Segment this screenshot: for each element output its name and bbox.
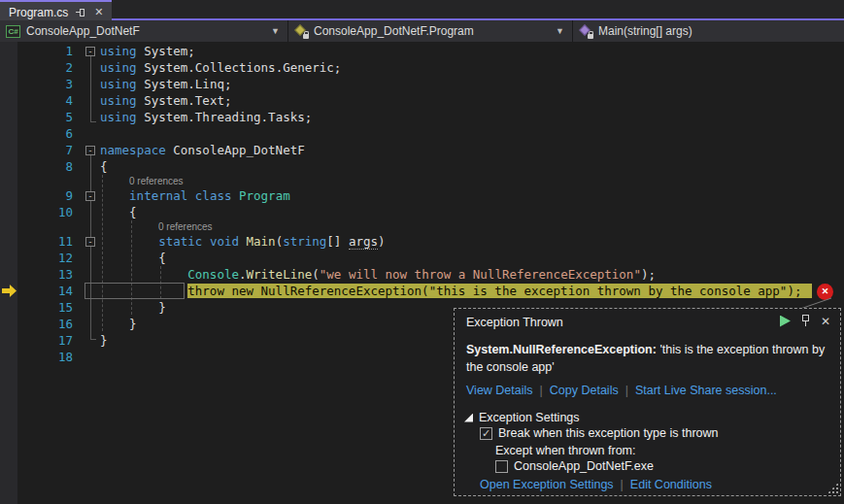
code-line-6[interactable]: 6	[0, 125, 844, 142]
code-line-5[interactable]: 5using System.Threading.Tasks;	[0, 109, 844, 125]
view-details-link[interactable]: View Details	[466, 384, 533, 397]
fold-margin: -	[74, 142, 100, 158]
chevron-down-icon[interactable]: ▼	[556, 26, 564, 36]
code-text: {	[100, 204, 844, 220]
code-text: {	[100, 158, 844, 175]
popup-links: View Details|Copy Details|Start Live Sha…	[466, 384, 777, 397]
code-text: internal class Program	[100, 187, 844, 204]
class-icon	[294, 24, 308, 38]
break-checkbox-row: ✓ Break when this exception type is thro…	[480, 426, 719, 440]
exception-type: System.NullReferenceException:	[466, 343, 657, 356]
edit-conditions-link[interactable]: Edit Conditions	[630, 478, 712, 491]
fold-margin	[74, 59, 100, 76]
codelens-row: 0 references	[0, 175, 844, 187]
code-line-1[interactable]: 1-using System;	[0, 43, 844, 59]
pin-icon[interactable]	[76, 8, 86, 17]
code-line-14[interactable]: 14throw new NullReferenceException("this…	[0, 283, 844, 299]
code-text: {	[100, 250, 844, 266]
type-dropdown[interactable]: ConsoleApp_DotNetF.Program ▼	[288, 20, 573, 42]
fold-margin	[74, 266, 100, 283]
line-number: 9	[0, 187, 74, 204]
code-line-13[interactable]: 13Console.WriteLine("we will now throw a…	[0, 266, 844, 283]
code-text: using System.Threading.Tasks;	[100, 109, 844, 125]
codelens-references[interactable]: 0 references	[158, 220, 213, 233]
line-number: 18	[0, 349, 74, 365]
code-text	[100, 125, 844, 142]
fold-toggle-icon[interactable]: -	[85, 191, 95, 201]
line-number: 4	[0, 92, 74, 109]
fold-margin	[74, 204, 100, 220]
chevron-down-icon[interactable]: ▼	[271, 26, 280, 36]
fold-margin	[74, 125, 100, 142]
exception-message: System.NullReferenceException: 'this is …	[466, 341, 828, 376]
pin-icon[interactable]	[801, 315, 810, 327]
exception-highlight: throw new NullReferenceException("this i…	[187, 284, 812, 298]
fold-margin: -	[74, 187, 100, 204]
exception-settings-header[interactable]: Exception Settings	[464, 411, 580, 424]
method-icon	[579, 24, 592, 38]
code-line-10[interactable]: 10{	[0, 204, 844, 220]
codelens-references[interactable]: 0 references	[129, 175, 184, 187]
tab-program-cs[interactable]: Program.cs ✕	[0, 0, 112, 20]
open-exception-settings-link[interactable]: Open Exception Settings	[480, 478, 614, 491]
fold-toggle-icon[interactable]: -	[85, 237, 95, 247]
line-number: 5	[0, 109, 74, 125]
module-checkbox-row: ConsoleApp_DotNetF.exe	[495, 459, 654, 473]
fold-margin	[74, 349, 100, 365]
fold-toggle-icon[interactable]: -	[85, 146, 95, 155]
link-separator: |	[619, 384, 635, 397]
module-label: ConsoleApp_DotNetF.exe	[514, 459, 654, 473]
line-number: 13	[0, 266, 74, 283]
project-dropdown[interactable]: C# ConsoleApp_DotNetF ▼	[0, 20, 288, 42]
fold-toggle-icon[interactable]: -	[85, 47, 95, 56]
line-number: 11	[0, 233, 74, 250]
continue-execution-icon[interactable]	[780, 316, 791, 327]
fold-margin	[74, 250, 100, 266]
code-line-8[interactable]: 8{	[0, 158, 844, 175]
code-line-2[interactable]: 2using System.Collections.Generic;	[0, 59, 844, 76]
resize-grip[interactable]	[827, 483, 838, 493]
code-line-9[interactable]: 9-internal class Program	[0, 187, 844, 204]
code-line-3[interactable]: 3using System.Linq;	[0, 76, 844, 92]
popup-toolbar: ✕	[780, 315, 830, 327]
line-number: 2	[0, 59, 74, 76]
code-text: using System.Text;	[100, 92, 844, 109]
line-number: 12	[0, 250, 74, 266]
code-line-7[interactable]: 7-namespace ConsoleApp_DotNetF	[0, 142, 844, 158]
except-when-label: Except when thrown from:	[495, 444, 636, 457]
line-number: 16	[0, 316, 74, 332]
code-line-11[interactable]: 11-static void Main(string[] args)	[0, 233, 844, 250]
code-line-12[interactable]: 12{	[0, 250, 844, 266]
line-number: 3	[0, 76, 74, 92]
member-dropdown[interactable]: Main(string[] args)	[573, 20, 844, 42]
code-editor[interactable]: 1-using System;2using System.Collections…	[0, 42, 844, 504]
exception-thrown-popup: Exception Thrown ✕ System.NullReferenceE…	[454, 308, 841, 496]
exception-settings-label: Exception Settings	[479, 411, 580, 424]
link-separator: |	[614, 478, 630, 491]
fold-margin	[74, 332, 100, 349]
close-icon[interactable]: ✕	[94, 7, 103, 17]
fold-margin	[74, 158, 100, 175]
fold-margin	[74, 76, 100, 92]
line-number: 7	[0, 142, 74, 158]
close-icon[interactable]: ✕	[821, 316, 830, 327]
line-number: 1	[0, 43, 74, 59]
fold-margin	[74, 283, 100, 299]
project-dropdown-label: ConsoleApp_DotNetF	[26, 24, 140, 38]
fold-margin	[74, 316, 100, 332]
break-checkbox[interactable]: ✓	[480, 427, 492, 440]
line-number: 10	[0, 204, 74, 220]
copy-details-link[interactable]: Copy Details	[550, 384, 619, 397]
code-text: using System;	[100, 43, 844, 59]
code-line-4[interactable]: 4using System.Text;	[0, 92, 844, 109]
fold-margin	[74, 109, 100, 125]
tab-bar: Program.cs ✕	[0, 0, 844, 20]
type-dropdown-label: ConsoleApp_DotNetF.Program	[314, 24, 474, 38]
fold-margin	[74, 92, 100, 109]
module-checkbox[interactable]	[495, 460, 508, 473]
expander-icon[interactable]	[464, 414, 473, 422]
visual-studio-window: Program.cs ✕ C# ConsoleApp_DotNetF ▼ Con…	[0, 0, 844, 504]
start-live-share-session-link[interactable]: Start Live Share session...	[635, 384, 777, 397]
code-text: static void Main(string[] args)	[100, 233, 844, 250]
csharp-project-icon: C#	[6, 25, 20, 38]
